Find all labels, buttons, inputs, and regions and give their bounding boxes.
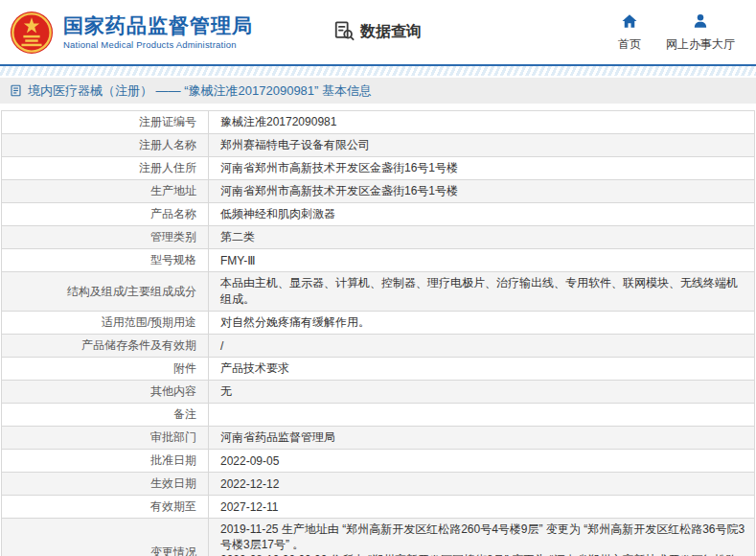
table-row: 生效日期2022-12-12 xyxy=(2,473,755,496)
site-header: 国家药品监督管理局 National Medical Products Admi… xyxy=(0,0,756,66)
document-icon xyxy=(10,84,22,97)
row-value: 郑州赛福特电子设备有限公司 xyxy=(209,134,755,157)
row-value xyxy=(209,404,755,427)
table-row: 型号规格FMY-Ⅲ xyxy=(2,249,755,272)
row-label: 生效日期 xyxy=(2,473,209,496)
row-value: 2022-12-12 xyxy=(209,473,755,496)
table-row: 产品名称低频神经和肌肉刺激器 xyxy=(2,203,755,226)
row-value: 本品由主机、显示器、计算机、控制器、理疗电极片、治疗输出线、专用软件、联网模块、… xyxy=(209,272,755,312)
row-value: 对自然分娩疼痛有缓解作用。 xyxy=(209,312,755,335)
row-label: 型号规格 xyxy=(2,249,209,272)
page-title: 境内医疗器械（注册） —— “豫械注准20172090981” 基本信息 xyxy=(28,82,372,100)
table-row: 适用范围/预期用途对自然分娩疼痛有缓解作用。 xyxy=(2,312,755,335)
row-value: 2027-12-11 xyxy=(209,496,755,519)
row-label: 备注 xyxy=(2,404,209,427)
org-name-en: National Medical Products Administration xyxy=(63,39,253,50)
table-row: 批准日期2022-09-05 xyxy=(2,450,755,473)
table-row: 产品储存条件及有效期/ xyxy=(2,335,755,358)
row-label: 批准日期 xyxy=(2,450,209,473)
table-row: 其他内容无 xyxy=(2,381,755,404)
table-row: 有效期至2027-12-11 xyxy=(2,496,755,519)
national-emblem-icon xyxy=(10,11,54,55)
row-label: 注册证编号 xyxy=(2,111,209,134)
data-query-label: 数据查询 xyxy=(360,22,422,42)
row-value: 河南省药品监督管理局 xyxy=(209,427,755,450)
nav-service-hall-label: 网上办事大厅 xyxy=(666,36,735,53)
table-row: 结构及组成/主要组成成分本品由主机、显示器、计算机、控制器、理疗电极片、治疗输出… xyxy=(2,272,755,312)
nav-home-label: 首页 xyxy=(618,36,641,53)
org-name-cn: 国家药品监督管理局 xyxy=(63,14,253,36)
row-value: 低频神经和肌肉刺激器 xyxy=(209,203,755,226)
home-icon xyxy=(621,12,638,34)
table-row: 生产地址河南省郑州市高新技术开发区金盏街16号1号楼 xyxy=(2,180,755,203)
row-label: 注册人住所 xyxy=(2,157,209,180)
row-label: 有效期至 xyxy=(2,496,209,519)
row-label: 其他内容 xyxy=(2,381,209,404)
row-label: 管理类别 xyxy=(2,226,209,249)
data-query-icon xyxy=(333,20,355,45)
row-label: 附件 xyxy=(2,358,209,381)
row-value: 河南省郑州市高新技术开发区金盏街16号1号楼 xyxy=(209,180,755,203)
row-label: 产品储存条件及有效期 xyxy=(2,335,209,358)
user-icon xyxy=(692,12,709,34)
row-label: 审批部门 xyxy=(2,427,209,450)
table-row: 变更情况2019-11-25 生产地址由 “郑州高新开发区红松路260号4号楼9… xyxy=(2,519,755,556)
row-value: 2022-09-05 xyxy=(209,450,755,473)
table-row: 附件产品技术要求 xyxy=(2,358,755,381)
table-row: 管理类别第二类 xyxy=(2,226,755,249)
nav-home[interactable]: 首页 xyxy=(618,12,641,53)
registration-info-table: 注册证编号豫械注准20172090981注册人名称郑州赛福特电子设备有限公司注册… xyxy=(1,110,755,556)
registration-info-table-body: 注册证编号豫械注准20172090981注册人名称郑州赛福特电子设备有限公司注册… xyxy=(2,111,755,556)
nav-data-query[interactable]: 数据查询 xyxy=(333,20,422,45)
page-title-bar: 境内医疗器械（注册） —— “豫械注准20172090981” 基本信息 xyxy=(0,78,756,104)
row-label: 结构及组成/主要组成成分 xyxy=(2,272,209,312)
row-value: 第二类 xyxy=(209,226,755,249)
table-row: 注册证编号豫械注准20172090981 xyxy=(2,111,755,134)
table-row: 备注 xyxy=(2,404,755,427)
header-nav: 首页 网上办事大厅 xyxy=(618,12,735,53)
row-value: 豫械注准20172090981 xyxy=(209,111,755,134)
table-row: 注册人名称郑州赛福特电子设备有限公司 xyxy=(2,134,755,157)
row-value: 河南省郑州市高新技术开发区金盏街16号1号楼 xyxy=(209,157,755,180)
decorative-stripe-band xyxy=(0,66,756,76)
org-names: 国家药品监督管理局 National Medical Products Admi… xyxy=(63,14,253,50)
nav-service-hall[interactable]: 网上办事大厅 xyxy=(666,12,735,53)
row-label: 产品名称 xyxy=(2,203,209,226)
row-value: / xyxy=(209,335,755,358)
row-value: FMY-Ⅲ xyxy=(209,249,755,272)
row-label: 生产地址 xyxy=(2,180,209,203)
table-row: 注册人住所河南省郑州市高新技术开发区金盏街16号1号楼 xyxy=(2,157,755,180)
row-label: 变更情况 xyxy=(2,519,209,556)
nmpa-logo[interactable]: 国家药品监督管理局 National Medical Products Admi… xyxy=(10,11,253,55)
row-label: 适用范围/预期用途 xyxy=(2,312,209,335)
row-label: 注册人名称 xyxy=(2,134,209,157)
change-record-line: 2020-08-10 00:00:00 住所由 “郑州高新开发区国槐街8号” 变… xyxy=(220,552,746,556)
table-row: 审批部门河南省药品监督管理局 xyxy=(2,427,755,450)
row-value: 2019-11-25 生产地址由 “郑州高新开发区红松路260号4号楼9层” 变… xyxy=(209,519,755,556)
row-value: 无 xyxy=(209,381,755,404)
row-value: 产品技术要求 xyxy=(209,358,755,381)
change-record-line: 2019-11-25 生产地址由 “郑州高新开发区红松路260号4号楼9层” 变… xyxy=(220,521,746,552)
